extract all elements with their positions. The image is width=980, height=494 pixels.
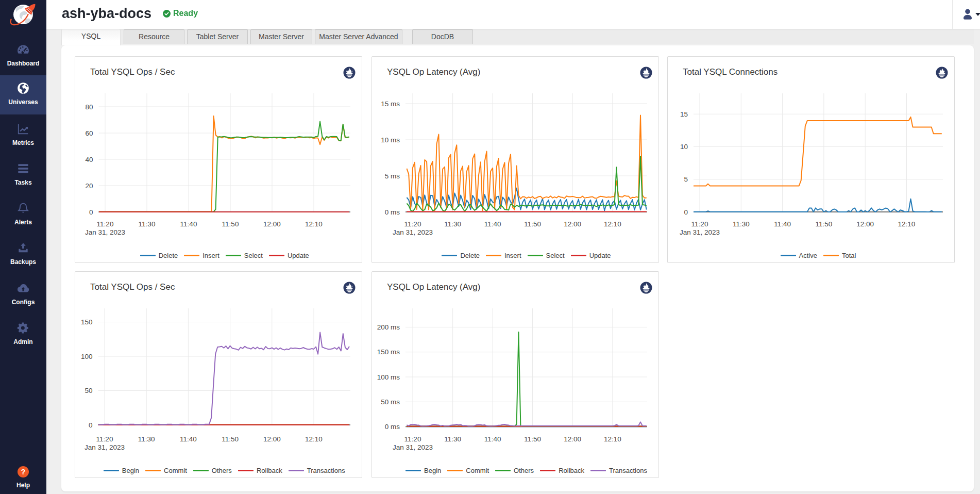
svg-text:12:10: 12:10 <box>604 220 621 228</box>
svg-text:11:20: 11:20 <box>404 220 421 228</box>
svg-text:11:40: 11:40 <box>484 435 501 443</box>
svg-text:12:10: 12:10 <box>305 435 323 443</box>
svg-text:12:10: 12:10 <box>305 220 323 228</box>
svg-text:0 ms: 0 ms <box>385 208 400 216</box>
svg-text:12:00: 12:00 <box>564 220 581 228</box>
svg-text:50 ms: 50 ms <box>381 398 400 406</box>
svg-text:20: 20 <box>85 182 93 190</box>
svg-text:150 ms: 150 ms <box>377 348 400 356</box>
svg-text:50: 50 <box>85 387 92 394</box>
svg-text:5: 5 <box>684 175 688 183</box>
svg-text:11:30: 11:30 <box>138 435 155 443</box>
svg-text:11:30: 11:30 <box>139 220 156 228</box>
svg-text:Jan 31, 2023: Jan 31, 2023 <box>393 228 433 236</box>
svg-text:150: 150 <box>81 318 93 326</box>
svg-text:11:30: 11:30 <box>444 435 461 443</box>
svg-text:12:10: 12:10 <box>604 435 621 443</box>
svg-text:5 ms: 5 ms <box>385 172 400 180</box>
svg-text:11:40: 11:40 <box>180 435 197 443</box>
svg-text:0 ms: 0 ms <box>385 423 400 431</box>
svg-text:0: 0 <box>89 421 93 429</box>
svg-text:0: 0 <box>684 208 688 216</box>
svg-text:12:00: 12:00 <box>856 220 874 228</box>
svg-text:11:40: 11:40 <box>774 220 791 228</box>
svg-text:11:50: 11:50 <box>524 435 541 443</box>
svg-text:11:50: 11:50 <box>524 220 541 228</box>
svg-text:11:20: 11:20 <box>96 435 113 443</box>
svg-text:12:00: 12:00 <box>263 435 281 443</box>
svg-text:11:20: 11:20 <box>404 435 421 443</box>
svg-text:11:30: 11:30 <box>444 220 461 228</box>
svg-text:40: 40 <box>85 156 93 163</box>
svg-text:60: 60 <box>85 129 93 137</box>
svg-text:15 ms: 15 ms <box>381 100 400 108</box>
svg-text:11:30: 11:30 <box>733 220 750 228</box>
svg-text:11:40: 11:40 <box>484 220 501 228</box>
svg-text:12:10: 12:10 <box>898 220 916 228</box>
svg-text:11:20: 11:20 <box>691 220 708 228</box>
svg-text:80: 80 <box>85 103 93 111</box>
svg-text:200 ms: 200 ms <box>377 323 400 331</box>
svg-text:12:00: 12:00 <box>263 220 281 228</box>
svg-text:100: 100 <box>81 353 93 360</box>
svg-text:11:50: 11:50 <box>222 220 239 228</box>
svg-text:?: ? <box>21 468 26 476</box>
svg-text:12:00: 12:00 <box>564 435 581 443</box>
svg-text:11:50: 11:50 <box>816 220 833 228</box>
svg-text:100 ms: 100 ms <box>377 373 400 381</box>
svg-text:11:40: 11:40 <box>180 220 197 228</box>
svg-text:0: 0 <box>89 208 93 216</box>
svg-text:15: 15 <box>680 110 688 118</box>
svg-text:11:20: 11:20 <box>97 220 114 228</box>
svg-text:Jan 31, 2023: Jan 31, 2023 <box>393 443 433 451</box>
svg-text:Jan 31, 2023: Jan 31, 2023 <box>85 228 125 236</box>
svg-text:10 ms: 10 ms <box>381 136 400 144</box>
svg-text:10: 10 <box>680 143 688 151</box>
svg-text:Jan 31, 2023: Jan 31, 2023 <box>85 443 125 451</box>
svg-text:Jan 31, 2023: Jan 31, 2023 <box>680 228 720 236</box>
svg-text:11:50: 11:50 <box>222 435 239 443</box>
